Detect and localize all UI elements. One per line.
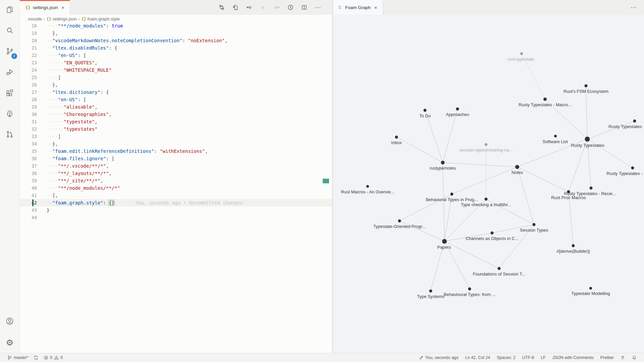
graph-node-dot[interactable] bbox=[366, 185, 369, 188]
graph-node-dot[interactable] bbox=[631, 167, 634, 170]
graph-node-behavioral[interactable]: Behavioral Types in Prog... bbox=[426, 193, 478, 202]
code-line[interactable]: 43} bbox=[20, 206, 332, 214]
code-line[interactable]: 20··"vscodeMarkdownNotes.noteCompletionC… bbox=[20, 37, 332, 44]
graph-node-dot[interactable] bbox=[515, 165, 519, 169]
graph-node-typestate-oriented[interactable]: Typestate-Oriented Progr... bbox=[373, 220, 426, 229]
code-line[interactable]: 32······"typestates" bbox=[20, 125, 332, 133]
graph-node-modelling[interactable]: Typestate Modelling bbox=[571, 287, 610, 296]
tab-foam-graph[interactable]: Foam Graph × bbox=[333, 0, 383, 15]
breadcrumb-item[interactable]: .vscode bbox=[27, 16, 42, 21]
code-line[interactable]: 34··}, bbox=[20, 140, 332, 147]
graph-node-dot[interactable] bbox=[533, 223, 536, 226]
breadcrumb-item[interactable]: {}foam.graph.style bbox=[82, 16, 120, 21]
status-encoding[interactable]: UTF-8 bbox=[520, 353, 537, 362]
graph-node-sharing[interactable]: session-types#sharing-na... bbox=[460, 143, 513, 153]
status-eol-sequence[interactable]: LF bbox=[538, 353, 548, 362]
graph-node-dot[interactable] bbox=[424, 109, 427, 112]
graph-node-foundations[interactable]: Foundations of Session T... bbox=[473, 267, 526, 277]
graph-node-type-systems[interactable]: Type Systems bbox=[417, 290, 444, 299]
open-changes-icon[interactable] bbox=[232, 4, 238, 10]
activity-bar-item-extensions[interactable] bbox=[0, 83, 20, 104]
activity-bar-item-gitlens[interactable] bbox=[0, 125, 20, 145]
code-line[interactable]: 36··"foam.files.ignore": [ bbox=[20, 155, 332, 162]
code-line[interactable]: 28····"en-US": [ bbox=[20, 96, 332, 103]
graph-node-todo[interactable]: To Do bbox=[419, 109, 431, 119]
graph-node-hub[interactable]: Rusty Typestates bbox=[571, 137, 604, 148]
graph-node-derive[interactable]: #[derive(Builder)] bbox=[557, 244, 590, 254]
graph-node-dot[interactable] bbox=[450, 193, 453, 196]
graph-node-macro[interactable]: Rusty Typestates - Macro... bbox=[519, 98, 572, 107]
code-line[interactable]: 39····"**/_site/**/*", bbox=[20, 177, 332, 184]
graph-node-rust-typestate[interactable]: rust-typestate bbox=[508, 52, 534, 62]
graph-node-dot[interactable] bbox=[567, 190, 570, 193]
graph-node-dot[interactable] bbox=[585, 137, 590, 142]
code-line[interactable]: 25····] bbox=[20, 74, 332, 81]
graph-node-dot[interactable] bbox=[468, 288, 471, 291]
code-line[interactable]: 26··}, bbox=[20, 81, 332, 88]
graph-node-dot[interactable] bbox=[589, 287, 592, 290]
code-line[interactable]: 31······"typestate", bbox=[20, 118, 332, 125]
graph-node-dot[interactable] bbox=[485, 143, 487, 146]
code-line[interactable]: 27··"ltex.dictionary": { bbox=[20, 88, 332, 96]
graph-node-notes[interactable]: Notes bbox=[512, 165, 523, 175]
graph-node-session-types[interactable]: Session Types bbox=[520, 223, 548, 233]
status-gitlens-blame[interactable]: You, seconds ago bbox=[416, 353, 461, 362]
status-cursor-position[interactable]: Ln 42, Col 24 bbox=[463, 353, 493, 362]
graph-node-dot[interactable] bbox=[543, 98, 547, 101]
panel-more-actions-icon[interactable]: ⋯ bbox=[631, 4, 644, 11]
status-notifications[interactable] bbox=[629, 353, 639, 362]
status-formatter[interactable]: Prettier bbox=[598, 353, 616, 362]
code-line[interactable]: 33····] bbox=[20, 133, 332, 140]
timeline-icon[interactable] bbox=[287, 4, 293, 10]
activity-bar-item-settings[interactable]: ⚙ bbox=[0, 332, 20, 353]
close-tab-icon[interactable]: × bbox=[60, 4, 65, 11]
split-editor-icon[interactable] bbox=[301, 4, 307, 10]
graph-node-dot[interactable] bbox=[456, 108, 459, 111]
code-line[interactable]: 22····"en-US": [ bbox=[20, 52, 332, 59]
graph-node-dot[interactable] bbox=[633, 120, 636, 123]
graph-node-dot[interactable] bbox=[441, 161, 445, 165]
compare-changes-icon[interactable] bbox=[219, 4, 225, 10]
activity-bar-item-run-debug[interactable] bbox=[0, 62, 20, 83]
code-line[interactable]: 30······"Choreographies", bbox=[20, 111, 332, 118]
status-branch-status[interactable]: master* bbox=[5, 353, 31, 362]
close-panel-tab-icon[interactable]: × bbox=[373, 4, 378, 11]
graph-node-recei[interactable]: Rusty Typestates - Recei... bbox=[564, 187, 616, 196]
graph-node-dot[interactable] bbox=[491, 232, 494, 235]
graph-node-approaches[interactable]: Approaches bbox=[446, 108, 469, 117]
graph-node-rustype[interactable]: rustype/notes bbox=[430, 161, 456, 171]
graph-node-behavioural[interactable]: Behavioural Types: from ... bbox=[444, 288, 495, 297]
graph-node-rt-r[interactable]: Rusty Typestates - bbox=[606, 167, 642, 176]
breadcrumb-item[interactable]: {}settings.json bbox=[47, 16, 77, 21]
code-line[interactable]: 40····"**/node_modules/**/*" bbox=[20, 184, 332, 192]
graph-node-dot[interactable] bbox=[572, 244, 575, 247]
status-problems-status[interactable]: 00 bbox=[41, 353, 65, 362]
status-feedback[interactable] bbox=[618, 353, 628, 362]
graph-node-dot[interactable] bbox=[429, 290, 432, 293]
activity-bar-item-explorer[interactable] bbox=[0, 0, 20, 21]
graph-node-fsm[interactable]: Rust's FSM Ecosystem bbox=[564, 84, 608, 94]
status-indentation[interactable]: Spaces: 2 bbox=[494, 353, 518, 362]
code-line[interactable]: 24······"WHITESPACE_RULE" bbox=[20, 66, 332, 74]
status-language-mode[interactable]: JSON with Comments bbox=[550, 353, 596, 362]
code-line[interactable]: 18····"**/node_modules": true bbox=[20, 23, 332, 29]
code-line[interactable]: 38····"**/_layouts/**/*", bbox=[20, 170, 332, 177]
activity-bar-item-todo-tree[interactable] bbox=[0, 104, 20, 125]
graph-node-dot[interactable] bbox=[485, 198, 488, 201]
status-sync-status[interactable] bbox=[31, 353, 41, 362]
more-actions-icon[interactable]: ⋯ bbox=[315, 4, 321, 11]
graph-node-dot[interactable] bbox=[498, 267, 501, 270]
graph-canvas[interactable]: rust-typestateRust's FSM EcosystemRusty … bbox=[333, 15, 644, 353]
code-line[interactable]: 35··"foam.edit.linkReferenceDefinitions"… bbox=[20, 147, 332, 155]
tab-settings-json[interactable]: {} settings.json × bbox=[20, 0, 70, 15]
graph-node-channels[interactable]: Channels as Objects in C... bbox=[466, 232, 519, 241]
code-line[interactable]: 29······"aliasable", bbox=[20, 103, 332, 111]
code-editor[interactable]: 18····"**/node_modules": true19··},20··"… bbox=[20, 23, 332, 353]
activity-bar-item-search[interactable] bbox=[0, 21, 20, 42]
code-line[interactable]: 19··}, bbox=[20, 29, 332, 37]
code-line[interactable]: 37····"**/.vscode/**/*", bbox=[20, 162, 332, 170]
graph-node-dot[interactable] bbox=[442, 239, 447, 244]
graph-node-dot[interactable] bbox=[395, 136, 398, 139]
activity-bar-item-accounts[interactable] bbox=[0, 311, 20, 332]
code-line[interactable]: 21··"ltex.disabledRules": { bbox=[20, 44, 332, 52]
